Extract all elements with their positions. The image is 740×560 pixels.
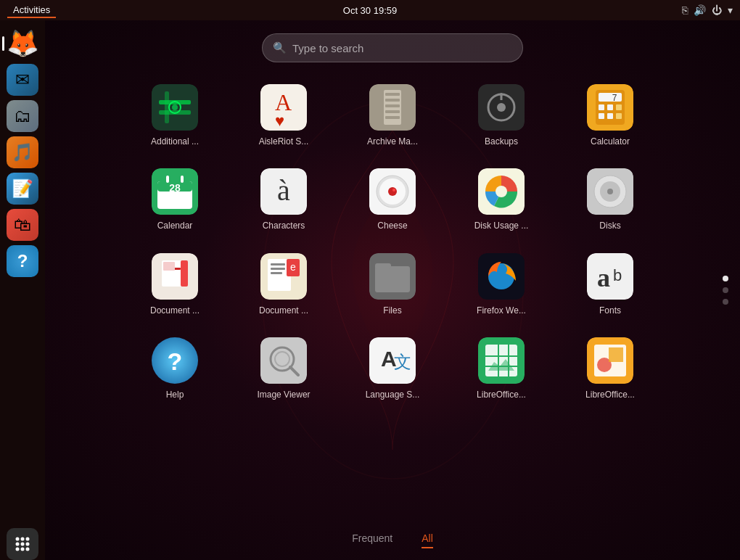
bottom-tabs: Frequent All <box>352 532 433 548</box>
app-item-document-viewer[interactable]: eDocument ... <box>233 246 334 323</box>
app-label-document-scanner: Document ... <box>150 305 200 316</box>
app-label-aisle-riot: AisleRiot S... <box>259 136 309 147</box>
datetime-display: Oct 30 19:59 <box>343 5 397 16</box>
svg-rect-77 <box>587 253 633 300</box>
dock-item-writer[interactable]: 📝 <box>7 173 38 205</box>
svg-point-8 <box>26 548 30 551</box>
app-icon-backups <box>478 84 525 131</box>
tab-frequent[interactable]: Frequent <box>352 532 392 548</box>
app-item-disks[interactable]: Disks <box>559 161 661 238</box>
svg-rect-68 <box>271 268 285 270</box>
app-icon-files <box>369 253 416 300</box>
svg-rect-22 <box>385 99 400 102</box>
activities-button[interactable]: Activities <box>7 3 56 18</box>
app-icon-disks <box>587 168 633 215</box>
svg-rect-36 <box>607 104 613 110</box>
dock-item-firefox[interactable]: 🦊 <box>7 28 38 59</box>
svg-text:b: b <box>613 266 622 284</box>
app-item-firefox[interactable]: Firefox We... <box>451 246 552 323</box>
svg-point-15 <box>172 104 178 110</box>
app-icon-image-viewer <box>260 337 307 384</box>
app-item-disk-usage[interactable]: Disk Usage ... <box>451 161 552 238</box>
app-label-cheese: Cheese <box>377 221 407 231</box>
power-icon[interactable]: ⏻ <box>712 4 722 16</box>
app-item-additional[interactable]: Additional ... <box>124 77 226 154</box>
svg-point-52 <box>388 187 397 196</box>
app-label-document-viewer: Document ... <box>259 305 308 316</box>
app-item-archive-manager[interactable]: Archive Ma... <box>342 77 443 154</box>
app-item-libreoffice-calc[interactable]: LibreOffice... <box>451 330 552 407</box>
search-icon: 🔍 <box>273 41 287 54</box>
svg-text:à: à <box>277 174 290 207</box>
app-label-image-viewer: Image Viewer <box>257 390 310 400</box>
svg-point-55 <box>496 186 507 197</box>
svg-point-59 <box>607 189 613 194</box>
svg-point-53 <box>392 189 395 192</box>
svg-rect-45 <box>166 176 169 183</box>
app-item-cheese[interactable]: Cheese <box>342 161 443 238</box>
main-app-grid-area: 🔍 Additional ...A♥AisleRiot S...Archive … <box>45 20 740 560</box>
svg-rect-74 <box>375 263 391 269</box>
app-item-backups[interactable]: Backups <box>451 77 552 154</box>
pagination-indicator <box>723 276 728 305</box>
search-input[interactable] <box>292 42 512 54</box>
app-label-language-support: Language S... <box>366 390 420 400</box>
svg-text:文: 文 <box>394 352 411 371</box>
tab-all[interactable]: All <box>422 532 433 548</box>
app-item-document-scanner[interactable]: Document ... <box>124 246 226 323</box>
svg-rect-73 <box>375 266 410 292</box>
pagination-dot-3 <box>723 299 728 305</box>
dock-item-rhythmbox[interactable]: 🎵 <box>7 136 38 168</box>
svg-text:a: a <box>597 263 610 292</box>
svg-rect-90 <box>485 345 517 376</box>
app-icon-additional <box>152 84 198 131</box>
dock-item-help[interactable]: ? <box>7 245 38 277</box>
svg-rect-69 <box>271 272 282 274</box>
svg-rect-98 <box>609 347 623 362</box>
search-container: 🔍 <box>262 33 523 62</box>
app-label-disks: Disks <box>599 221 620 231</box>
network-icon[interactable]: ⎘ <box>682 4 688 16</box>
volume-icon[interactable]: 🔊 <box>694 4 706 16</box>
svg-text:7: 7 <box>612 93 617 103</box>
svg-point-2 <box>26 538 30 541</box>
svg-rect-38 <box>599 113 604 119</box>
svg-point-7 <box>21 548 25 551</box>
svg-text:?: ? <box>168 347 183 375</box>
dock-item-email[interactable]: ✉ <box>7 64 38 96</box>
svg-rect-64 <box>181 260 188 287</box>
app-icon-language-support: A文 <box>369 337 416 384</box>
svg-text:♥: ♥ <box>275 112 284 130</box>
app-item-image-viewer[interactable]: Image Viewer <box>233 330 334 407</box>
app-item-files[interactable]: Files <box>342 246 443 323</box>
application-dock: 🦊 ✉ 🗂 🎵 📝 🛍 ? <box>0 20 45 560</box>
app-label-firefox: Firefox We... <box>477 305 526 316</box>
app-label-backups: Backups <box>485 136 518 147</box>
app-icon-fonts: ab <box>587 253 633 300</box>
svg-rect-46 <box>181 176 184 183</box>
app-item-calendar[interactable]: 28Calendar <box>124 161 226 238</box>
pagination-dot-1 <box>723 276 728 281</box>
app-item-help[interactable]: ?Help <box>124 330 226 407</box>
search-bar[interactable]: 🔍 <box>262 33 523 62</box>
app-icon-help: ? <box>152 337 198 384</box>
app-item-language-support[interactable]: A文Language S... <box>342 330 443 407</box>
app-item-characters[interactable]: àCharacters <box>233 161 334 238</box>
pagination-dot-2 <box>723 287 728 293</box>
dock-item-appstore[interactable]: 🛍 <box>7 209 38 241</box>
svg-rect-23 <box>385 104 400 107</box>
svg-rect-82 <box>260 337 307 384</box>
svg-point-28 <box>497 103 506 112</box>
svg-text:28: 28 <box>169 182 181 194</box>
app-item-fonts[interactable]: abFonts <box>559 246 661 323</box>
dock-item-files[interactable]: 🗂 <box>7 100 38 132</box>
app-item-libreoffice-draw[interactable]: LibreOffice... <box>559 330 661 407</box>
dock-item-allapps[interactable] <box>7 528 38 560</box>
app-item-calculator[interactable]: 7Calculator <box>559 77 661 154</box>
svg-rect-67 <box>271 263 285 265</box>
app-item-aisle-riot[interactable]: A♥AisleRiot S... <box>233 77 334 154</box>
system-menu-icon[interactable]: ▾ <box>728 4 733 16</box>
app-label-additional: Additional ... <box>151 136 199 147</box>
top-bar: Activities Oct 30 19:59 ⎘ 🔊 ⏻ ▾ <box>0 0 740 20</box>
app-icon-characters: à <box>260 168 307 215</box>
